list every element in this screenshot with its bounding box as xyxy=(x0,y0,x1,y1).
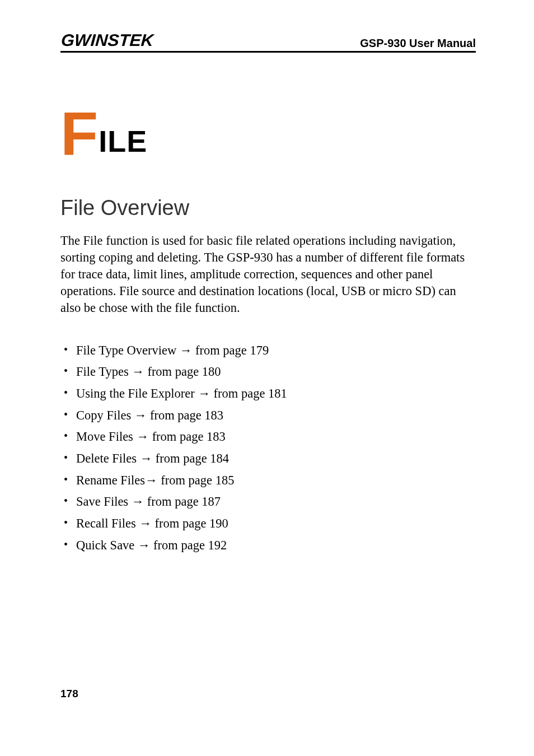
page-number: 178 xyxy=(60,688,78,700)
page-header: GWINSTEK GSP-930 User Manual xyxy=(60,31,476,53)
toc-item: Save Files → from page 187 xyxy=(64,493,476,510)
toc-item: Recall Files → from page 190 xyxy=(64,515,476,532)
toc-item: Using the File Explorer → from page 181 xyxy=(64,385,476,402)
toc-item: Copy Files → from page 183 xyxy=(64,407,476,424)
brand-logo: GWINSTEK xyxy=(60,31,154,50)
toc-item: Rename Files→ from page 185 xyxy=(64,472,476,489)
chapter-rest: ILE xyxy=(99,124,147,158)
toc-list: File Type Overview → from page 179 File … xyxy=(64,342,476,554)
document-page: GWINSTEK GSP-930 User Manual FILE File O… xyxy=(0,0,534,553)
chapter-dropcap: F xyxy=(60,99,99,168)
toc-item: Move Files → from page 183 xyxy=(64,428,476,445)
toc-item: Quick Save → from page 192 xyxy=(64,537,476,554)
chapter-title: FILE xyxy=(60,106,476,161)
toc-item: File Types → from page 180 xyxy=(64,363,476,380)
toc-item: Delete Files → from page 184 xyxy=(64,450,476,467)
section-intro: The File function is used for basic file… xyxy=(60,232,476,316)
manual-title: GSP-930 User Manual xyxy=(360,37,476,50)
section-heading: File Overview xyxy=(60,196,476,220)
toc-item: File Type Overview → from page 179 xyxy=(64,342,476,359)
